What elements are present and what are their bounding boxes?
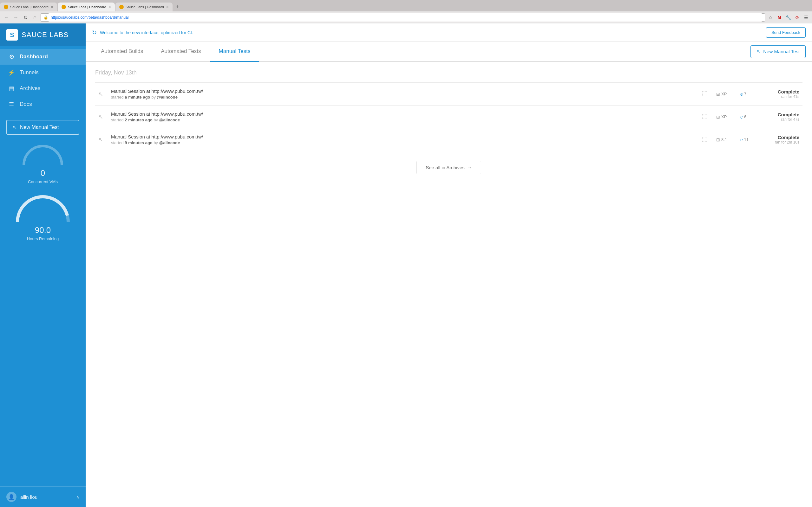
tab-2-favicon xyxy=(61,5,66,9)
cursor-icon-main: ↖ xyxy=(757,49,761,55)
notification-icon: ↻ xyxy=(92,29,97,36)
tab-2-close[interactable]: × xyxy=(108,4,111,9)
session-by: @alincode xyxy=(159,118,180,122)
ie-icon-3: e xyxy=(740,137,743,142)
ssl-lock-icon: 🔒 xyxy=(44,15,48,20)
chevron-up-icon: ∧ xyxy=(76,494,79,499)
home-button[interactable]: ⌂ xyxy=(31,14,39,21)
main-new-manual-test-button[interactable]: ↖ New Manual Test xyxy=(751,45,806,58)
session-status-label-2: Complete xyxy=(761,112,799,117)
logo-icon: S xyxy=(6,29,18,41)
session-by: @alincode xyxy=(157,95,177,100)
logo-text: sauce labs xyxy=(21,31,68,39)
tunnels-icon: ⚡ xyxy=(8,69,15,76)
session-started: 2 minutes ago xyxy=(125,118,152,122)
concurrent-vms-svg xyxy=(17,140,68,168)
session-meta-2: started 2 minutes ago by @alincode xyxy=(111,118,697,122)
gmail-icon[interactable]: M xyxy=(776,14,783,21)
hours-remaining-value: 90.0 xyxy=(0,225,86,235)
concurrent-vms-gauge: 0 Concurrent VMs xyxy=(0,140,86,184)
session-by: @alincode xyxy=(159,140,180,145)
app-container: S sauce labs ⊙ Dashboard ⚡ Tunnels ▤ Arc… xyxy=(0,23,812,507)
content-area: Friday, Nov 13th ↖ Manual Session at htt… xyxy=(86,62,812,507)
back-button[interactable]: ← xyxy=(3,14,10,21)
session-info-3: Manual Session at http://www.pubu.com.tw… xyxy=(111,134,697,145)
hours-remaining-label: Hours Remaining xyxy=(0,236,86,241)
session-os-3: ⊞ 8.1 xyxy=(716,137,735,142)
forward-button[interactable]: → xyxy=(12,14,20,21)
extension-icon-1[interactable]: 🔧 xyxy=(785,14,792,21)
cursor-icon: ↖ xyxy=(13,124,17,130)
send-feedback-button[interactable]: Send Feedback xyxy=(766,27,806,38)
sidebar-item-docs[interactable]: ☰ Docs xyxy=(0,96,86,112)
session-status-1: Complete ran for 41s xyxy=(761,89,799,99)
concurrent-vms-value: 0 xyxy=(0,168,86,178)
session-os-label-1: XP xyxy=(721,92,727,96)
tab-1-title: Sauce Labs | Dashboard xyxy=(10,5,49,9)
session-duration-2: ran for 47s xyxy=(761,117,799,122)
hours-remaining-gauge: 90.0 Hours Remaining xyxy=(0,190,86,241)
tab-2-title: Sauce Labs | Dashboard xyxy=(68,5,107,9)
sidebar-item-dashboard[interactable]: ⊙ Dashboard xyxy=(0,49,86,65)
new-tab-button[interactable]: + xyxy=(173,3,182,11)
sidebar-item-archives[interactable]: ▤ Archives xyxy=(0,80,86,96)
sidebar-item-archives-label: Archives xyxy=(20,85,40,92)
session-duration-1: ran for 41s xyxy=(761,95,799,99)
bookmark-icon[interactable]: ☆ xyxy=(767,14,774,21)
session-url-1: Manual Session at http://www.pubu.com.tw… xyxy=(111,89,697,94)
date-header: Friday, Nov 13th xyxy=(95,69,803,76)
tab-3[interactable]: Sauce Labs | Dashboard × xyxy=(115,3,172,11)
reload-button[interactable]: ↻ xyxy=(21,14,29,21)
tab-3-close[interactable]: × xyxy=(166,4,169,9)
user-avatar: 👤 xyxy=(6,492,16,502)
address-input[interactable] xyxy=(48,13,762,21)
windows-icon-3: ⊞ xyxy=(716,137,720,142)
sidebar-item-tunnels-label: Tunnels xyxy=(20,69,39,76)
concurrent-vms-label: Concurrent VMs xyxy=(0,179,86,184)
session-os-1: ⊞ XP xyxy=(716,92,735,97)
menu-icon[interactable]: ☰ xyxy=(803,14,809,21)
tab-automated-tests[interactable]: Automated Tests xyxy=(152,42,210,62)
session-thumb-2: ⬚ xyxy=(702,112,711,122)
session-browser-version-2: 6 xyxy=(744,114,746,119)
session-started: 9 minutes ago xyxy=(125,140,152,145)
session-row: ↖ Manual Session at http://www.pubu.com.… xyxy=(95,83,803,106)
session-status-label-3: Complete xyxy=(761,135,799,140)
session-status-2: Complete ran for 47s xyxy=(761,112,799,122)
archives-icon: ▤ xyxy=(8,85,15,92)
session-started: a minute ago xyxy=(125,95,150,100)
tab-1[interactable]: Sauce Labs | Dashboard × xyxy=(0,3,57,11)
docs-icon: ☰ xyxy=(8,101,15,108)
tab-automated-builds[interactable]: Automated Builds xyxy=(92,42,152,62)
ie-icon-2: e xyxy=(740,114,743,119)
see-all-label: See all in Archives xyxy=(426,165,465,170)
session-thumb-3: ⬚ xyxy=(702,135,711,145)
sidebar-item-docs-label: Docs xyxy=(20,101,32,107)
sidebar-footer[interactable]: 👤 ailin liou ∧ xyxy=(0,487,86,507)
session-browser-3: e 11 xyxy=(740,137,756,142)
main-content: ↻ Welcome to the new interface, optimize… xyxy=(86,23,812,507)
arrow-right-icon: → xyxy=(467,165,472,170)
session-os-label-3: 8.1 xyxy=(721,137,727,142)
see-all-archives-button[interactable]: See all in Archives → xyxy=(416,161,481,174)
session-browser-2: e 6 xyxy=(740,114,756,119)
tab-bar: Sauce Labs | Dashboard × Sauce Labs | Da… xyxy=(0,0,812,11)
sidebar-new-manual-test-button[interactable]: ↖ New Manual Test xyxy=(6,120,79,135)
windows-icon-1: ⊞ xyxy=(716,92,720,97)
hours-remaining-svg xyxy=(11,190,74,225)
session-info-1: Manual Session at http://www.pubu.com.tw… xyxy=(111,89,697,100)
session-cursor-icon-1: ↖ xyxy=(98,91,106,98)
session-browser-version-3: 11 xyxy=(744,137,749,142)
sidebar-logo: S sauce labs xyxy=(0,23,86,46)
tab-1-close[interactable]: × xyxy=(51,4,53,9)
windows-icon-2: ⊞ xyxy=(716,114,720,119)
browser-chrome: Sauce Labs | Dashboard × Sauce Labs | Da… xyxy=(0,0,812,23)
sidebar-item-tunnels[interactable]: ⚡ Tunnels xyxy=(0,65,86,80)
session-cursor-icon-2: ↖ xyxy=(98,113,106,120)
tab-manual-tests[interactable]: Manual Tests xyxy=(210,42,259,62)
sidebar-new-manual-test-label: New Manual Test xyxy=(20,124,59,130)
tab-2[interactable]: Sauce Labs | Dashboard × xyxy=(58,3,115,11)
session-status-label-1: Complete xyxy=(761,89,799,95)
extension-icon-2[interactable]: ⊘ xyxy=(794,14,801,21)
session-duration-3: ran for 2m 10s xyxy=(761,140,799,145)
